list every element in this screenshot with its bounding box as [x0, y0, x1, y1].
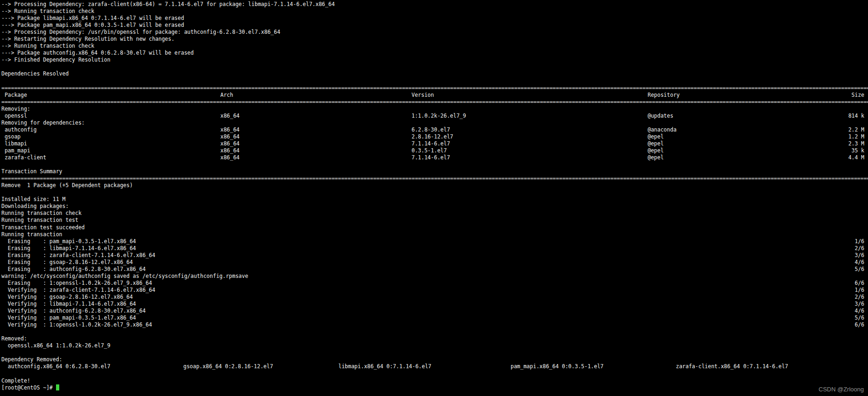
terminal-line: Erasing : authconfig-6.2.8-30.el7.x86_64… — [1, 266, 868, 273]
right-aligned-cell: 2/6 — [855, 245, 864, 252]
cell: x86_64 — [220, 154, 240, 161]
terminal-line: Removed: — [1, 335, 868, 342]
cell: Verifying : 1:openssl-1.0.2k-26.el7_9.x8… — [1, 321, 152, 328]
terminal-line: ---> Package pam_mapi.x86_64 0:0.3.5-1.e… — [1, 22, 868, 29]
terminal-line: Installed size: 11 M — [1, 196, 868, 203]
cell: 1:1.0.2k-26.el7_9 — [412, 113, 466, 119]
cell: @epel — [648, 140, 664, 147]
terminal-line: Transaction test succeeded — [1, 224, 868, 231]
terminal-line: Running transaction — [1, 231, 868, 238]
right-aligned-cell: 1.2 M — [848, 133, 864, 140]
terminal-line — [1, 63, 868, 70]
cell: zarafa-client.x86_64 0:7.1.14-6.el7 — [676, 363, 788, 370]
cell: libmapi.x86_64 0:7.1.14-6.el7 — [338, 363, 431, 370]
cell: Erasing : pam_mapi-0.3.5-1.el7.x86_64 — [1, 238, 136, 245]
cell: Version — [412, 92, 434, 99]
cell: Verifying : pam_mapi-0.3.5-1.el7.x86_64 — [1, 314, 136, 321]
right-aligned-cell: Size — [851, 92, 864, 99]
cursor[interactable] — [56, 384, 59, 390]
cell: 7.1.14-6.el7 — [412, 154, 450, 161]
terminal-line: Erasing : gsoap-2.8.16-12.el7.x86_644/6 — [1, 259, 868, 266]
terminal-line: Verifying : 1:openssl-1.0.2k-26.el7_9.x8… — [1, 321, 868, 328]
terminal-line: Removing: — [1, 106, 868, 113]
terminal-line: --> Finished Dependency Resolution — [1, 57, 868, 63]
right-aligned-cell: 3/6 — [855, 301, 864, 308]
terminal-line: opensslx86_641:1.0.2k-26.el7_9@updates81… — [1, 113, 868, 119]
cell: authconfig — [1, 126, 37, 133]
cell: zarafa-client — [1, 154, 46, 161]
terminal-output: --> Processing Dependency: zarafa-client… — [0, 0, 868, 396]
terminal-line — [1, 349, 868, 356]
terminal-line: authconfigx86_646.2.8-30.el7@anaconda2.2… — [1, 126, 868, 133]
cell: @epel — [648, 133, 664, 140]
cell: Erasing : gsoap-2.8.16-12.el7.x86_64 — [1, 259, 133, 266]
right-aligned-cell: 6/6 — [855, 280, 864, 287]
separator-line: ========================================… — [1, 85, 868, 92]
cell: Verifying : authconfig-6.2.8-30.el7.x86_… — [1, 308, 146, 314]
right-aligned-cell: 5/6 — [855, 314, 864, 321]
cell: Verifying : gsoap-2.8.16-12.el7.x86_64 — [1, 294, 133, 301]
terminal-line: PackageArchVersionRepositorySize — [1, 92, 868, 99]
terminal-line: ---> Package libmapi.x86_64 0:7.1.14-6.e… — [1, 15, 868, 22]
terminal-line: Verifying : gsoap-2.8.16-12.el7.x86_642/… — [1, 294, 868, 301]
terminal-line: --> Processing Dependency: /usr/bin/open… — [1, 29, 868, 36]
cell: x86_64 — [220, 140, 240, 147]
terminal-line: Downloading packages: — [1, 203, 868, 210]
cell: Erasing : libmapi-7.1.14-6.el7.x86_64 — [1, 245, 136, 252]
cell: pam_mapi.x86_64 0:0.3.5-1.el7 — [511, 363, 604, 370]
terminal-line: --> Processing Dependency: zarafa-client… — [1, 1, 868, 8]
right-aligned-cell: 4/6 — [855, 259, 864, 266]
terminal-line: Removing for dependencies: — [1, 119, 868, 126]
cell: gsoap — [1, 133, 21, 140]
terminal-line — [1, 78, 868, 85]
terminal-line: Verifying : zarafa-client-7.1.14-6.el7.x… — [1, 287, 868, 294]
terminal-line: openssl.x86_64 1:1.0.2k-26.el7_9 — [1, 342, 868, 349]
right-aligned-cell: 1/6 — [855, 287, 864, 294]
terminal-line: Erasing : libmapi-7.1.14-6.el7.x86_642/6 — [1, 245, 868, 252]
terminal-line: Transaction Summary — [1, 168, 868, 175]
cell: x86_64 — [220, 113, 240, 119]
cell: 2.8.16-12.el7 — [412, 133, 453, 140]
right-aligned-cell: 4/6 — [855, 308, 864, 314]
terminal-screen[interactable]: --> Processing Dependency: zarafa-client… — [0, 0, 868, 396]
terminal-line — [1, 370, 868, 377]
cell: @epel — [648, 147, 664, 154]
right-aligned-cell: 3/6 — [855, 252, 864, 259]
cell: authconfig.x86_64 0:6.2.8-30.el7 — [1, 363, 110, 370]
cell: 0.3.5-1.el7 — [412, 147, 447, 154]
cell: Arch — [220, 92, 233, 99]
cell: 7.1.14-6.el7 — [412, 140, 450, 147]
right-aligned-cell: 814 k — [848, 113, 864, 119]
cell: 6.2.8-30.el7 — [412, 126, 450, 133]
terminal-line: Running transaction check — [1, 210, 868, 217]
cell: Repository — [648, 92, 680, 99]
terminal-line: Remove 1 Package (+5 Dependent packages) — [1, 182, 868, 189]
terminal-line — [1, 189, 868, 196]
terminal-line: Running transaction test — [1, 217, 868, 224]
shell-prompt-line: [root@CentOS ~]# — [1, 384, 868, 391]
terminal-line: Verifying : pam_mapi-0.3.5-1.el7.x86_645… — [1, 314, 868, 321]
terminal-line: Verifying : libmapi-7.1.14-6.el7.x86_643… — [1, 301, 868, 308]
right-aligned-cell: 6/6 — [855, 321, 864, 328]
cell: openssl — [1, 113, 27, 119]
terminal-line: Complete! — [1, 377, 868, 384]
cell: Erasing : 1:openssl-1.0.2k-26.el7_9.x86_… — [1, 280, 152, 287]
cell: @updates — [648, 113, 673, 119]
terminal-line: Erasing : 1:openssl-1.0.2k-26.el7_9.x86_… — [1, 280, 868, 287]
terminal-line: Verifying : authconfig-6.2.8-30.el7.x86_… — [1, 308, 868, 314]
terminal-line: warning: /etc/sysconfig/authconfig saved… — [1, 273, 868, 280]
right-aligned-cell: 1/6 — [855, 238, 864, 245]
cell: Erasing : zarafa-client-7.1.14-6.el7.x86… — [1, 252, 155, 259]
cell: pam_mapi — [1, 147, 30, 154]
terminal-line: gsoapx86_642.8.16-12.el7@epel1.2 M — [1, 133, 868, 140]
right-aligned-cell: 35 k — [851, 147, 864, 154]
terminal-line — [1, 328, 868, 335]
terminal-line: --> Running transaction check — [1, 8, 868, 15]
right-aligned-cell: 2/6 — [855, 294, 864, 301]
cell: Verifying : libmapi-7.1.14-6.el7.x86_64 — [1, 301, 136, 308]
terminal-line: Erasing : pam_mapi-0.3.5-1.el7.x86_641/6 — [1, 238, 868, 245]
right-aligned-cell: 5/6 — [855, 266, 864, 273]
cell: Erasing : authconfig-6.2.8-30.el7.x86_64 — [1, 266, 146, 273]
terminal-line: pam_mapix86_640.3.5-1.el7@epel35 k — [1, 147, 868, 154]
terminal-line: libmapix86_647.1.14-6.el7@epel2.3 M — [1, 140, 868, 147]
